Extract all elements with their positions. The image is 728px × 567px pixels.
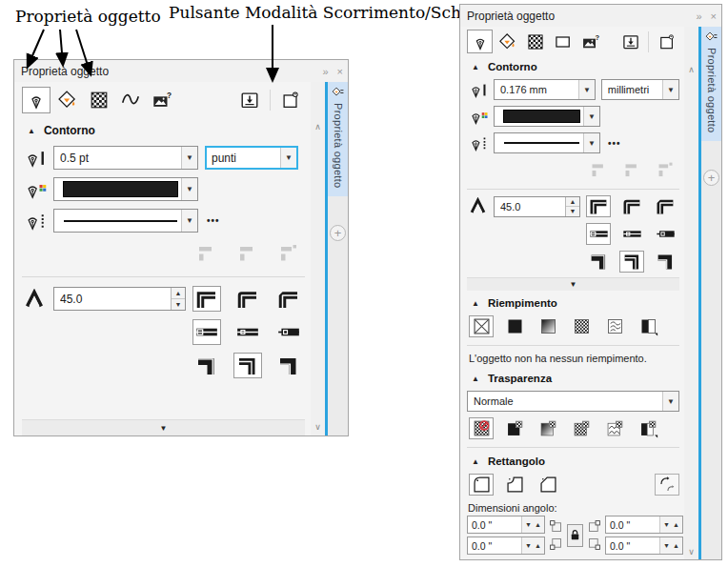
scroll-down-icon[interactable]: ∨ xyxy=(688,547,695,557)
miter-angle-spinner[interactable]: 45.0 ▲ ▼ xyxy=(494,196,580,217)
outline-settings-button[interactable]: ••• xyxy=(205,215,222,226)
dropdown-arrow-icon[interactable]: ▼ xyxy=(583,107,599,126)
relative-corner-scaling-button[interactable] xyxy=(655,474,679,496)
spin-down-icon[interactable]: ▼ xyxy=(566,207,579,216)
position-outside-button[interactable] xyxy=(586,251,611,273)
transparency-pattern-button[interactable] xyxy=(569,417,594,439)
outline-width-combo[interactable]: 0.176 mm ▼ xyxy=(494,79,596,100)
position-centered-button[interactable] xyxy=(619,251,644,273)
spin-down-icon[interactable]: ▼ xyxy=(525,542,532,549)
join-bevel-button[interactable] xyxy=(653,195,677,217)
section-rettangolo-header[interactable]: ▲ Rettangolo xyxy=(467,451,679,471)
add-docker-button[interactable]: + xyxy=(330,225,346,241)
tab-fill[interactable] xyxy=(495,30,520,53)
transparency-mode-combo[interactable]: Normale ▼ xyxy=(467,391,679,412)
outline-settings-button[interactable]: ••• xyxy=(606,138,623,149)
spin-up-icon[interactable]: ▲ xyxy=(535,521,541,528)
position-outside-button[interactable] xyxy=(192,353,221,378)
tab-summary[interactable] xyxy=(148,87,176,113)
scroll-down-icon[interactable]: ∨ xyxy=(314,422,321,432)
corner-scalloped-button[interactable] xyxy=(502,474,527,496)
spin-up-icon[interactable]: ▲ xyxy=(172,288,185,299)
position-centered-button[interactable] xyxy=(233,353,262,378)
corner-bl-spinner[interactable]: 0.0 " ▼▲ xyxy=(467,537,545,555)
join-round-button[interactable] xyxy=(619,195,644,217)
fill-texture-button[interactable] xyxy=(602,315,627,337)
quick-customize-button[interactable] xyxy=(654,30,679,53)
collapse-docker-icon[interactable]: » xyxy=(696,10,701,22)
tab-fill[interactable] xyxy=(53,87,82,113)
spin-down-icon[interactable]: ▼ xyxy=(172,299,185,310)
dropdown-arrow-icon[interactable]: ▼ xyxy=(578,80,595,99)
dropdown-arrow-icon[interactable]: ▼ xyxy=(181,147,197,169)
spin-down-icon[interactable]: ▼ xyxy=(663,521,670,528)
tab-outline[interactable] xyxy=(467,30,493,53)
position-inside-button[interactable] xyxy=(274,353,303,378)
dropdown-arrow-icon[interactable]: ▼ xyxy=(181,178,197,200)
outline-color-combo[interactable]: ▼ xyxy=(53,177,198,201)
transparency-twocolor-button[interactable] xyxy=(636,417,660,439)
corner-tr-spinner[interactable]: 0.0 " ▼▲ xyxy=(605,516,683,534)
outline-style-combo[interactable]: ▼ xyxy=(494,132,600,153)
outline-style-combo[interactable]: ▼ xyxy=(53,209,198,233)
spin-down-icon[interactable]: ▼ xyxy=(663,542,670,549)
cap-square-button[interactable] xyxy=(653,223,677,245)
section-contorno-header[interactable]: ▲ Contorno xyxy=(22,117,305,142)
spin-up-icon[interactable]: ▲ xyxy=(566,197,579,208)
cap-butt-button[interactable] xyxy=(192,319,221,345)
outline-units-combo[interactable]: punti ▼ xyxy=(205,146,298,170)
section-riempimento-header[interactable]: ▲ Riempimento xyxy=(467,293,679,313)
dropdown-arrow-icon[interactable]: ▼ xyxy=(280,148,296,168)
tab-curve[interactable] xyxy=(116,87,145,113)
spin-up-icon[interactable]: ▲ xyxy=(673,542,679,549)
corner-chamfered-button[interactable] xyxy=(536,474,560,496)
dropdown-arrow-icon[interactable]: ▼ xyxy=(181,210,197,232)
fill-fountain-button[interactable] xyxy=(536,315,560,337)
expand-section-bar[interactable]: ▼ xyxy=(22,419,305,435)
tab-summary[interactable] xyxy=(577,30,603,53)
cap-butt-button[interactable] xyxy=(586,223,611,245)
close-docker-icon[interactable]: × xyxy=(711,10,717,22)
transparency-texture-button[interactable] xyxy=(602,417,627,439)
spin-up-icon[interactable]: ▲ xyxy=(673,521,679,528)
docker-tab-object-properties[interactable]: Proprietà oggetto xyxy=(701,27,721,141)
fill-uniform-button[interactable] xyxy=(502,315,527,337)
dropdown-arrow-icon[interactable]: ▼ xyxy=(662,392,678,411)
fill-pattern-button[interactable] xyxy=(569,315,594,337)
transparency-uniform-button[interactable] xyxy=(502,417,527,439)
spin-up-icon[interactable]: ▲ xyxy=(535,542,541,549)
add-docker-button[interactable]: + xyxy=(703,170,719,186)
quick-customize-button[interactable] xyxy=(276,87,305,113)
spin-down-icon[interactable]: ▼ xyxy=(525,521,532,528)
join-miter-button[interactable] xyxy=(586,195,611,217)
cap-round-button[interactable] xyxy=(233,319,262,345)
dropdown-arrow-icon[interactable]: ▼ xyxy=(583,133,599,152)
join-bevel-button[interactable] xyxy=(274,286,303,312)
join-round-button[interactable] xyxy=(233,286,262,312)
fill-none-button[interactable] xyxy=(469,315,494,337)
position-inside-button[interactable] xyxy=(653,251,677,273)
tab-transparency[interactable] xyxy=(85,87,113,113)
scroll-tab-mode-button[interactable] xyxy=(617,30,643,53)
tab-transparency[interactable] xyxy=(522,30,548,53)
corner-round-button[interactable] xyxy=(469,474,494,496)
tab-outline[interactable] xyxy=(22,87,51,113)
scroll-up-icon[interactable]: ∧ xyxy=(314,122,321,132)
transparency-fountain-button[interactable] xyxy=(536,417,560,439)
section-contorno-header[interactable]: ▲ Contorno xyxy=(467,56,679,76)
corner-tl-spinner[interactable]: 0.0 " ▼▲ xyxy=(467,516,545,534)
dropdown-arrow-icon[interactable]: ▼ xyxy=(662,80,678,99)
scroll-tab-mode-button[interactable] xyxy=(235,87,264,113)
cap-square-button[interactable] xyxy=(274,319,303,345)
lock-corners-button[interactable] xyxy=(567,524,583,547)
expand-section-bar[interactable]: ▼ xyxy=(467,277,679,291)
corner-br-spinner[interactable]: 0.0 " ▼▲ xyxy=(605,537,683,555)
outline-width-combo[interactable]: 0.5 pt ▼ xyxy=(53,146,198,170)
section-trasparenza-header[interactable]: ▲ Trasparenza xyxy=(467,368,679,388)
tab-rectangle[interactable] xyxy=(550,30,576,53)
fill-twocolor-button[interactable] xyxy=(636,315,660,337)
join-miter-button[interactable] xyxy=(192,286,221,312)
scrollbar[interactable]: ∧ ∨ xyxy=(311,82,325,435)
transparency-none-button[interactable] xyxy=(469,417,494,439)
outline-color-combo[interactable]: ▼ xyxy=(494,106,600,127)
